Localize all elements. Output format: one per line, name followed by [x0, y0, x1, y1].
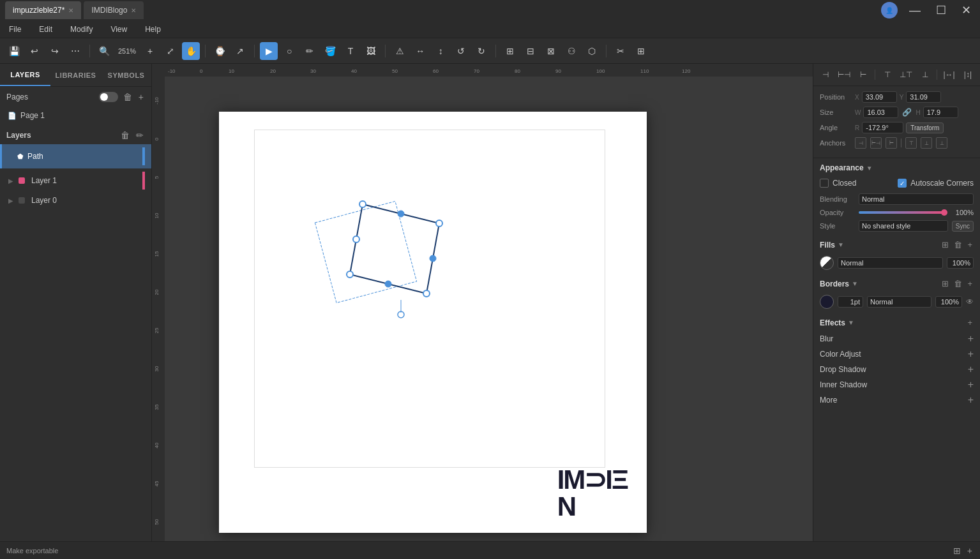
menu-file[interactable]: File: [5, 24, 25, 35]
tab-symbols[interactable]: Symbols: [101, 64, 151, 86]
export-panel-button[interactable]: ⊞: [952, 544, 962, 557]
add-button[interactable]: +: [141, 42, 159, 60]
distribute-v-button[interactable]: |↕|: [961, 68, 975, 82]
flip-v-button[interactable]: ↕: [432, 42, 449, 60]
close-button[interactable]: ✕: [958, 3, 975, 17]
effects-chevron[interactable]: ▼: [848, 319, 854, 326]
h-input[interactable]: [923, 107, 958, 118]
arrow-tool[interactable]: ↗: [231, 42, 249, 60]
align-center-v-button[interactable]: ⊥⊤: [899, 68, 913, 82]
more-add-button[interactable]: +: [968, 394, 974, 406]
drop-shadow-add-button[interactable]: +: [968, 364, 974, 375]
fills-options-button[interactable]: ⊞: [940, 239, 950, 251]
path-shape[interactable]: [350, 204, 439, 294]
anchor-center-h[interactable]: ⊢⊣: [870, 137, 882, 149]
group-button[interactable]: ⊞: [501, 42, 519, 60]
canvas-svg[interactable]: [219, 112, 647, 533]
fill-tool[interactable]: 🪣: [321, 42, 339, 60]
expand-icon[interactable]: ▶: [8, 197, 13, 204]
fills-delete-button[interactable]: 🗑: [953, 239, 963, 251]
user-avatar[interactable]: 👤: [881, 2, 898, 19]
expand-icon[interactable]: ▶: [8, 177, 13, 184]
undo-button[interactable]: ↩: [26, 42, 43, 60]
delete-page-button[interactable]: 🗑: [122, 91, 133, 103]
transform-button[interactable]: Transform: [906, 123, 944, 133]
slice-button[interactable]: ✂: [612, 42, 629, 60]
border-blend-select[interactable]: Normal: [867, 296, 931, 308]
distribute-h-button[interactable]: |↔|: [942, 68, 956, 82]
align-right-button[interactable]: ⊢: [856, 68, 870, 82]
anchor-right[interactable]: ⊢: [886, 137, 897, 149]
anchor-left[interactable]: ⊣: [855, 137, 866, 149]
menu-help[interactable]: Help: [141, 24, 165, 35]
blending-select[interactable]: Normal Multiply Screen: [859, 193, 974, 205]
more-button[interactable]: ⋯: [66, 42, 84, 60]
mask-button[interactable]: ⬡: [583, 42, 601, 60]
opacity-slider[interactable]: [859, 211, 947, 214]
image-tool[interactable]: 🖼: [362, 42, 380, 60]
align-left-button[interactable]: ⊣: [818, 68, 833, 82]
make-exportable-button[interactable]: Make exportable: [6, 547, 58, 555]
control-point[interactable]: [436, 220, 442, 227]
zoom-in-button[interactable]: 🔍: [95, 42, 113, 60]
fills-chevron[interactable]: ▼: [838, 241, 844, 248]
add-page-button[interactable]: +: [137, 91, 145, 103]
y-input[interactable]: [906, 91, 941, 103]
close-icon[interactable]: ✕: [68, 7, 73, 14]
redo-button[interactable]: ↪: [46, 42, 64, 60]
minimize-button[interactable]: —: [905, 4, 924, 17]
link-icon[interactable]: 🔗: [901, 108, 913, 117]
color-adjust-add-button[interactable]: +: [968, 348, 974, 360]
angle-input[interactable]: [862, 122, 903, 133]
tab-layers[interactable]: Layers: [0, 64, 50, 86]
warning-icon[interactable]: ⚠: [391, 42, 409, 60]
resize-button[interactable]: ⤢: [162, 42, 179, 60]
control-point[interactable]: [353, 236, 359, 242]
anchor-top[interactable]: ⊤: [905, 137, 917, 149]
history-button[interactable]: ⌚: [211, 42, 229, 60]
inner-shadow-effect[interactable]: Inner Shadow +: [813, 377, 980, 392]
fill-color-preview[interactable]: [820, 256, 834, 270]
more-effect[interactable]: More +: [813, 392, 980, 408]
effects-add-button[interactable]: +: [966, 317, 974, 329]
menu-view[interactable]: View: [107, 24, 131, 35]
fill-opacity-input[interactable]: [947, 257, 974, 269]
close-icon[interactable]: ✕: [131, 7, 136, 14]
canvas-area[interactable]: -10 0 10 20 30 40 50 60 70 80 90 100 110…: [152, 64, 813, 541]
x-input[interactable]: [862, 91, 897, 103]
distribute-button[interactable]: ⊠: [542, 42, 560, 60]
blur-effect[interactable]: Blur +: [813, 331, 980, 347]
save-button[interactable]: 💾: [5, 42, 23, 60]
rotate-ccw-button[interactable]: ↺: [452, 42, 470, 60]
borders-delete-button[interactable]: 🗑: [953, 278, 963, 290]
align-bottom-button[interactable]: ⊥: [918, 68, 932, 82]
w-input[interactable]: [863, 107, 898, 118]
border-visibility-button[interactable]: 👁: [966, 297, 974, 306]
tab-imdiblogo[interactable]: IMDIBlogo ✕: [84, 1, 144, 19]
layer-0[interactable]: ▶ Layer 0: [0, 193, 151, 208]
delete-layer-button[interactable]: 🗑: [119, 129, 131, 142]
control-point[interactable]: [385, 281, 391, 287]
control-point[interactable]: [398, 211, 404, 217]
maximize-button[interactable]: ☐: [932, 3, 950, 17]
borders-options-button[interactable]: ⊞: [940, 278, 950, 290]
ellipse-tool[interactable]: ○: [280, 42, 298, 60]
pen-tool[interactable]: ✏: [301, 42, 319, 60]
rotate-cw-button[interactable]: ↻: [472, 42, 490, 60]
border-color-preview[interactable]: [820, 295, 834, 309]
fills-add-button[interactable]: +: [966, 239, 974, 251]
text-tool[interactable]: T: [342, 42, 359, 60]
appearance-chevron[interactable]: ▼: [866, 165, 873, 172]
anchor-center-v[interactable]: ⊥: [921, 137, 932, 149]
menu-modify[interactable]: Modify: [66, 24, 96, 35]
borders-add-button[interactable]: +: [966, 278, 974, 290]
control-point[interactable]: [423, 290, 430, 297]
control-point[interactable]: [430, 255, 436, 262]
control-point[interactable]: [359, 201, 366, 207]
fill-blend-select[interactable]: Normal: [838, 257, 943, 269]
menu-edit[interactable]: Edit: [35, 24, 56, 35]
align-button[interactable]: ⊟: [522, 42, 539, 60]
blur-add-button[interactable]: +: [968, 333, 974, 345]
add-export-button[interactable]: +: [966, 544, 974, 557]
boolean-button[interactable]: ⚇: [562, 42, 580, 60]
